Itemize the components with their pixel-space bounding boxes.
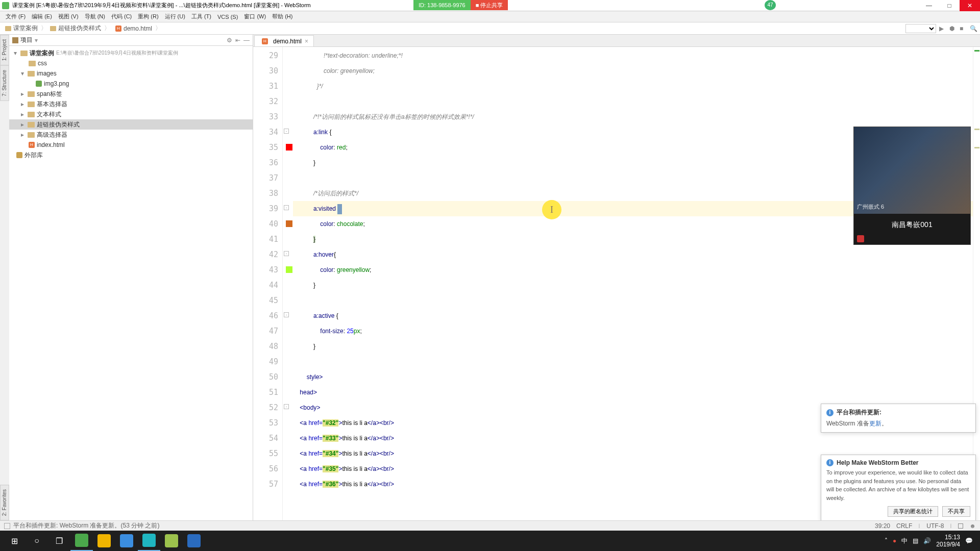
maximize-button[interactable]: □ [939, 0, 960, 11]
menu-refactor[interactable]: 重构 (R) [135, 13, 161, 20]
hide-icon[interactable]: — [243, 37, 250, 44]
taskbar-app-3[interactable] [115, 531, 138, 551]
minimize-button[interactable]: — [919, 0, 939, 11]
library-icon [16, 152, 22, 158]
file-encoding[interactable]: UTF-8 [926, 522, 944, 530]
taskbar-app-1[interactable] [70, 531, 93, 551]
menu-vcs[interactable]: VCS (S) [215, 14, 240, 20]
tray-volume-icon[interactable]: 🔊 [923, 537, 931, 544]
share-id: ID: 138-9858-9976 [413, 0, 471, 10]
line-number-gutter: 2930313233343536373839404142434445464748… [253, 47, 283, 520]
tree-folder-images[interactable]: ▾images [9, 68, 253, 79]
tray-network-icon[interactable]: ▤ [913, 537, 918, 544]
update-link[interactable]: 更新 [869, 420, 881, 427]
webcam-watermark: 广州嵌式 6 [857, 203, 884, 211]
windows-taskbar: ⊞ ○ ❐ ˄ ● 中 ▤ 🔊 15:13 2019/9/4 💬 [0, 531, 980, 551]
navigation-bar: 课堂案例 〉 超链接伪类样式 〉 Hdemo.html 〉 ▶ ⬢ ■ 🔍 [0, 22, 980, 35]
menu-view[interactable]: 视图 (V) [56, 13, 81, 20]
menu-tools[interactable]: 工具 (T) [189, 13, 214, 20]
window-title: 课堂案例 [E:\粤嵌\暑假合7班\2019年9月4日视频和资料\课堂案例] -… [12, 2, 311, 9]
folder-icon [28, 91, 35, 97]
stop-icon[interactable]: ■ [960, 25, 967, 32]
left-tool-tabs: 1: Project 7: Structure [0, 35, 9, 101]
editor-tab-bar: H demo.html × [253, 35, 980, 47]
debug-icon[interactable]: ⬢ [949, 25, 957, 32]
notif-title: Help Make WebStorm Better [837, 459, 918, 466]
caret-position[interactable]: 39:20 [875, 522, 890, 530]
tree-folder-css[interactable]: css [9, 58, 253, 68]
tray-ime-icon[interactable]: 中 [901, 537, 908, 545]
breadcrumb-folder[interactable]: 超链接伪类样式 [48, 24, 103, 33]
tree-root[interactable]: ▾课堂案例E:\粤嵌\暑假合7班\2019年9月4日视频和资料\课堂案例 [9, 48, 253, 58]
folder-icon [29, 61, 36, 66]
menu-code[interactable]: 代码 (C) [109, 13, 134, 20]
tab-project[interactable]: 1: Project [0, 35, 9, 65]
tree-folder-basic[interactable]: ▸基本选择器 [9, 99, 253, 109]
project-tree[interactable]: ▾课堂案例E:\粤嵌\暑假合7班\2019年9月4日视频和资料\课堂案例 css… [9, 46, 253, 162]
folder-icon [20, 51, 28, 56]
search-icon[interactable]: 🔍 [970, 25, 977, 32]
dont-share-button[interactable]: 不共享 [942, 506, 970, 517]
taskview-button[interactable]: ❐ [48, 531, 70, 551]
stop-share-button[interactable]: ■ 停止共享 [471, 0, 508, 10]
mic-muted-icon[interactable] [857, 235, 864, 242]
taskbar-app-webstorm[interactable] [138, 531, 160, 551]
tab-label: demo.html [273, 38, 302, 45]
menu-navigate[interactable]: 导航 (N) [82, 13, 108, 20]
tab-close-icon[interactable]: × [305, 38, 308, 45]
tree-file-img3[interactable]: img3.png [9, 79, 253, 89]
taskbar-app-6[interactable] [183, 531, 205, 551]
html-file-icon: H [29, 142, 35, 148]
menu-window[interactable]: 窗口 (W) [241, 13, 268, 20]
folder-icon [28, 132, 35, 138]
breadcrumb-root[interactable]: 课堂案例 [3, 24, 40, 33]
folder-icon [28, 102, 35, 107]
tab-favorites[interactable]: 2: Favorites [0, 485, 9, 520]
html-file-icon: H [115, 26, 121, 32]
status-icon[interactable] [4, 523, 10, 529]
line-separator[interactable]: CRLF [896, 522, 912, 530]
screen-share-bar: ID: 138-9858-9976 ■ 停止共享 [413, 0, 508, 10]
code-area[interactable]: 2930313233343536373839404142434445464748… [253, 47, 980, 520]
collapse-icon[interactable]: ⇤ [235, 37, 240, 44]
chevron-right-icon: 〉 [103, 24, 111, 33]
tree-folder-link[interactable]: ▸超链接伪类样式 [9, 119, 253, 130]
breadcrumb-file[interactable]: Hdemo.html [111, 25, 154, 32]
tab-structure[interactable]: 7: Structure [0, 65, 9, 101]
error-stripe[interactable] [973, 47, 980, 520]
menu-help[interactable]: 帮助 (H) [270, 13, 295, 20]
run-config-dropdown[interactable] [905, 24, 936, 33]
notif-body: To improve your experience, we would lik… [826, 468, 970, 502]
menu-edit[interactable]: 编辑 (E) [29, 13, 55, 20]
status-message: 平台和插件更新: WebStorm 准备更新。(53 分钟 之前) [13, 521, 159, 530]
webcam-overlay[interactable]: 广州嵌式 6 南昌粤嵌001 [853, 127, 971, 245]
taskbar-clock[interactable]: 15:13 2019/9/4 [936, 534, 960, 548]
readonly-lock-icon[interactable] [958, 523, 963, 529]
webcam-user-label: 南昌粤嵌001 [854, 214, 970, 235]
tree-external-libs[interactable]: 外部库 [9, 150, 253, 160]
fold-column[interactable]: ----- [283, 47, 293, 520]
run-icon[interactable]: ▶ [939, 25, 946, 32]
menu-run[interactable]: 运行 (U) [162, 13, 188, 20]
app-icon [2, 2, 9, 9]
folder-icon [28, 71, 35, 77]
close-button[interactable]: ✕ [960, 0, 980, 11]
tree-file-index[interactable]: Hindex.html [9, 140, 253, 150]
share-stats-button[interactable]: 共享的匿名统计 [888, 506, 938, 517]
code-content[interactable]: I !*text-decoration: underline;*! color:… [293, 47, 973, 520]
inspection-indicator[interactable]: ☻ [969, 522, 976, 530]
taskbar-app-2[interactable] [93, 531, 115, 551]
tray-chevron-icon[interactable]: ˄ [885, 537, 888, 544]
gear-icon[interactable]: ⚙ [227, 37, 232, 44]
start-button[interactable]: ⊞ [3, 531, 26, 551]
tree-folder-span[interactable]: ▸span标签 [9, 89, 253, 99]
menu-file[interactable]: 文件 (F) [3, 13, 28, 20]
tree-folder-adv[interactable]: ▸高级选择器 [9, 130, 253, 140]
webcam-video: 广州嵌式 6 [854, 127, 970, 214]
tray-icon[interactable]: ● [893, 537, 896, 544]
editor-tab-demo[interactable]: H demo.html × [254, 35, 314, 46]
cortana-button[interactable]: ○ [26, 531, 48, 551]
taskbar-app-5[interactable] [160, 531, 183, 551]
tray-notifications-icon[interactable]: 💬 [965, 537, 973, 544]
tree-folder-text[interactable]: ▸文本样式 [9, 109, 253, 119]
